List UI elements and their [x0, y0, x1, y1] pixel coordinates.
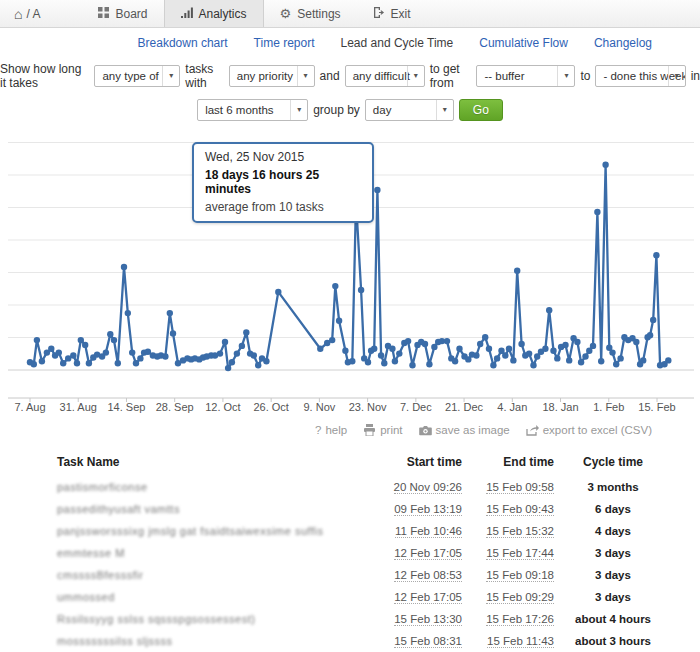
tab-label: Settings	[297, 7, 340, 21]
tab-analytics[interactable]: Analytics	[164, 0, 264, 27]
tab-board[interactable]: Board	[82, 0, 163, 27]
subnav-link-lead-and-cycle-time[interactable]: Lead and Cycle Time	[341, 36, 454, 50]
filter-text-prefix: Show how long it takes	[0, 62, 89, 90]
breadcrumb-path[interactable]: / A	[26, 7, 40, 21]
chevron-down-icon: ▾	[436, 100, 453, 120]
col-cycle-time: Cycle time	[554, 455, 672, 469]
task-table: Task Name Start time End time Cycle time…	[57, 450, 672, 652]
end-time: 15 Feb 09:43	[486, 503, 554, 516]
table-row: pastismorficonse20 Nov 09:2615 Feb 09:58…	[57, 476, 672, 498]
subnav-link-time-report[interactable]: Time report	[254, 36, 315, 50]
col-task-name: Task Name	[57, 455, 366, 469]
question-icon: ?	[315, 424, 321, 436]
svg-text:26. Oct: 26. Oct	[253, 401, 288, 413]
svg-text:14. Sep: 14. Sep	[108, 401, 146, 413]
task-name[interactable]: passedithyusaft vamtts	[57, 503, 180, 515]
analytics-icon	[181, 7, 193, 21]
export-to-excel-csv--link[interactable]: export to excel (CSV)	[526, 424, 652, 436]
filter-text-in: in	[691, 69, 700, 83]
home-icon[interactable]: ⌂	[14, 6, 22, 22]
chevron-down-icon: ▾	[162, 66, 179, 86]
cycle-time: 6 days	[554, 503, 672, 515]
end-time: 15 Feb 11:43	[487, 635, 554, 648]
group-by-select[interactable]: day▾	[365, 99, 454, 121]
task-name[interactable]: ummossed	[57, 591, 115, 603]
to-column-select[interactable]: - done this week▾	[595, 65, 685, 87]
chevron-down-icon: ▾	[668, 66, 685, 86]
analytics-subnav: Breakdown chartTime reportLead and Cycle…	[0, 28, 700, 56]
cycle-time: 3 days	[554, 569, 672, 581]
start-time: 09 Feb 13:19	[394, 503, 462, 516]
cycle-time: about 3 hours	[554, 635, 672, 647]
table-row: ummossed12 Feb 17:0515 Feb 09:293 days	[57, 586, 672, 608]
filter-text-and: and	[320, 69, 340, 83]
subnav-link-changelog[interactable]: Changelog	[594, 36, 652, 50]
tooltip-subtext: average from 10 tasks	[205, 200, 361, 214]
chevron-down-icon: ▾	[290, 100, 307, 120]
task-name[interactable]: mosssssssilss sljssss	[57, 635, 173, 647]
task-name[interactable]: panjssworsssixg jmslg gat fsaidtsaiwexsi…	[57, 525, 323, 537]
end-time: 15 Feb 17:26	[486, 613, 554, 626]
start-time: 12 Feb 08:53	[394, 569, 462, 582]
table-row: passedithyusaft vamtts09 Feb 13:1915 Feb…	[57, 498, 672, 520]
chart-tooltip: Wed, 25 Nov 2015 18 days 16 hours 25 min…	[192, 142, 374, 223]
start-time: 12 Feb 17:05	[394, 591, 462, 604]
breadcrumb[interactable]: ⌂ / A	[0, 0, 54, 27]
start-time: 15 Feb 08:31	[394, 635, 462, 648]
time-range-select[interactable]: last 6 months▾	[197, 99, 308, 121]
svg-text:7. Aug: 7. Aug	[14, 401, 45, 413]
table-row: mosssssssilss sljssss15 Feb 08:3115 Feb …	[57, 630, 672, 652]
svg-text:28. Sep: 28. Sep	[156, 401, 194, 413]
task-type-select[interactable]: any type of▾	[94, 65, 180, 87]
tooltip-date: Wed, 25 Nov 2015	[205, 150, 361, 164]
export-icon	[526, 425, 539, 436]
board-icon	[98, 7, 109, 21]
svg-text:31. Aug: 31. Aug	[60, 401, 97, 413]
start-time: 12 Feb 17:05	[394, 547, 462, 560]
end-time: 15 Feb 09:29	[486, 591, 554, 604]
filter-text-groupby: group by	[313, 103, 360, 117]
from-column-select[interactable]: -- buffer▾	[476, 65, 575, 87]
col-start-time: Start time	[366, 455, 462, 469]
printer-icon	[363, 424, 376, 436]
end-time: 15 Feb 09:18	[486, 569, 554, 582]
help-link[interactable]: ?help	[315, 424, 347, 436]
task-name[interactable]: emmtesse M	[57, 547, 125, 559]
save-as-image-link[interactable]: save as image	[419, 424, 510, 436]
svg-text:15. Feb: 15. Feb	[638, 401, 675, 413]
cycle-time: 3 months	[554, 481, 672, 493]
end-time: 15 Feb 09:58	[486, 481, 554, 494]
analytics-page: ⌂ / A BoardAnalytics⚙SettingsExit Breakd…	[0, 0, 700, 652]
svg-text:12. Oct: 12. Oct	[205, 401, 240, 413]
end-time: 15 Feb 17:44	[486, 547, 554, 560]
start-time: 11 Feb 10:46	[395, 525, 462, 538]
start-time: 15 Feb 13:30	[394, 613, 462, 626]
go-button[interactable]: Go	[459, 99, 503, 121]
col-end-time: End time	[462, 455, 554, 469]
tab-exit[interactable]: Exit	[357, 0, 427, 27]
task-name[interactable]: pastismorficonse	[57, 481, 148, 493]
svg-text:4. Jan: 4. Jan	[497, 401, 527, 413]
cycle-time: 3 days	[554, 547, 672, 559]
tab-settings[interactable]: ⚙Settings	[264, 0, 357, 27]
start-time: 20 Nov 09:26	[394, 481, 462, 494]
subnav-link-breakdown-chart[interactable]: Breakdown chart	[138, 36, 228, 50]
filter-text-getfrom: to get from	[430, 62, 472, 90]
table-row: Rssilssyyg sslss sqssspgsossessest)15 Fe…	[57, 608, 672, 630]
subnav-link-cumulative-flow[interactable]: Cumulative Flow	[479, 36, 568, 50]
svg-text:18. Jan: 18. Jan	[542, 401, 578, 413]
chart-actions: ?helpprintsave as imageexport to excel (…	[0, 422, 700, 436]
task-name[interactable]: cmssssBfesssfir	[57, 569, 143, 581]
tooltip-value: 18 days 16 hours 25 minutes	[205, 168, 361, 196]
camera-icon	[419, 425, 432, 436]
end-time: 15 Feb 15:32	[486, 525, 554, 538]
print-link[interactable]: print	[363, 424, 402, 436]
svg-text:7. Dec: 7. Dec	[400, 401, 432, 413]
table-row: emmtesse M12 Feb 17:0515 Feb 17:443 days	[57, 542, 672, 564]
filter-text-taskswith: tasks with	[185, 62, 223, 90]
table-header: Task Name Start time End time Cycle time	[57, 450, 672, 474]
cycle-time-chart: 7. Aug31. Aug14. Sep28. Sep12. Oct26. Oc…	[0, 130, 700, 422]
difficulty-select[interactable]: any difficult▾	[345, 65, 425, 87]
priority-select[interactable]: any priority▾	[229, 65, 315, 87]
task-name[interactable]: Rssilssyyg sslss sqssspgsossessest)	[57, 613, 255, 625]
